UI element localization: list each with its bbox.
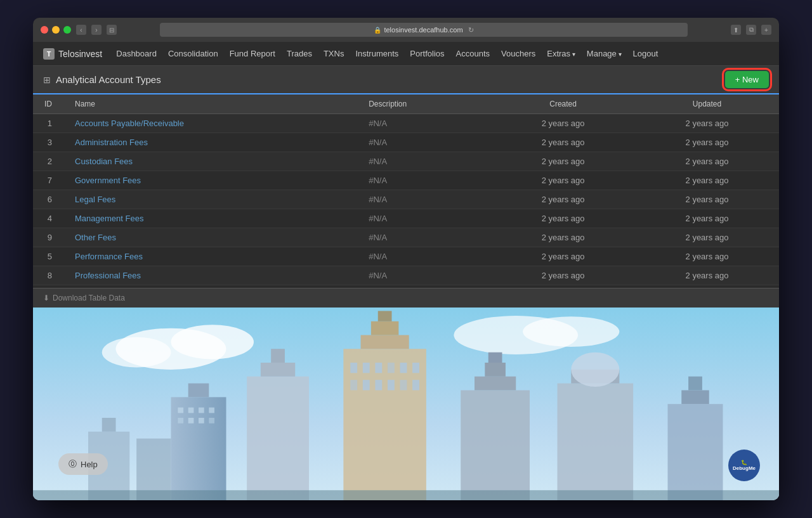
table-row[interactable]: 9 Other Fees #N/A 2 years ago 2 years ag… <box>33 228 779 247</box>
duplicate-icon[interactable]: ⧉ <box>746 25 756 35</box>
svg-point-5 <box>523 316 619 347</box>
back-button[interactable]: ‹ <box>76 25 86 35</box>
svg-rect-32 <box>350 380 357 390</box>
svg-rect-45 <box>668 404 723 500</box>
svg-rect-13 <box>199 407 204 413</box>
cell-name: Custodian Fees <box>65 152 358 171</box>
cell-created: 2 years ago <box>491 114 635 133</box>
cell-name: Performance Fees <box>65 247 358 266</box>
table-row[interactable]: 8 Professional Fees #N/A 2 years ago 2 y… <box>33 266 779 285</box>
col-header-id: ID <box>33 94 65 114</box>
top-navigation: T Telosinvest Dashboard Consolidation Fu… <box>33 42 779 66</box>
maximize-button[interactable] <box>63 26 71 34</box>
cell-id: 5 <box>33 247 65 266</box>
svg-rect-33 <box>363 380 370 390</box>
cell-name: Management Fees <box>65 209 358 228</box>
cell-updated: 2 years ago <box>635 266 779 285</box>
brand-area: T Telosinvest <box>43 48 102 60</box>
nav-fund-report[interactable]: Fund Report <box>225 46 280 61</box>
svg-rect-18 <box>209 418 214 424</box>
cell-description: #N/A <box>358 266 491 285</box>
table-row[interactable]: 5 Performance Fees #N/A 2 years ago 2 ye… <box>33 247 779 266</box>
svg-rect-39 <box>475 376 516 390</box>
minimize-button[interactable] <box>52 26 60 34</box>
share-icon[interactable]: ⬆ <box>731 25 741 35</box>
cell-id: 2 <box>33 152 65 171</box>
svg-rect-12 <box>188 407 194 413</box>
table-row[interactable]: 1 Accounts Payable/Receivable #N/A 2 yea… <box>33 114 779 133</box>
svg-rect-35 <box>388 380 395 390</box>
svg-rect-38 <box>461 390 530 500</box>
background-image-area: ⓪ Help 🐛 DebugMe <box>33 308 779 501</box>
col-header-created: Created <box>491 94 635 114</box>
table-row[interactable]: 3 Administration Fees #N/A 2 years ago 2… <box>33 133 779 152</box>
nav-manage[interactable]: Manage <box>582 46 627 61</box>
svg-rect-16 <box>188 418 194 424</box>
nav-dashboard[interactable]: Dashboard <box>111 46 162 61</box>
main-content: ⊞ Analytical Account Types + New ID Name… <box>33 66 779 500</box>
accounts-table: ID Name Description Created Updated 1 Ac… <box>33 94 779 285</box>
nav-accounts[interactable]: Accounts <box>451 46 495 61</box>
page-icon: ⊞ <box>43 75 51 85</box>
svg-rect-47 <box>688 376 702 390</box>
sidebar-toggle-button[interactable]: ⊟ <box>107 25 117 35</box>
app-content: T Telosinvest Dashboard Consolidation Fu… <box>33 42 779 500</box>
cell-updated: 2 years ago <box>635 171 779 190</box>
nav-portfolios[interactable]: Portfolios <box>405 46 449 61</box>
nav-extras[interactable]: Extras <box>542 46 580 61</box>
cell-description: #N/A <box>358 209 491 228</box>
svg-point-44 <box>571 352 619 386</box>
table-container: ID Name Description Created Updated 1 Ac… <box>33 94 779 288</box>
new-button[interactable]: + New <box>725 71 769 88</box>
cell-id: 6 <box>33 190 65 209</box>
close-button[interactable] <box>41 26 48 34</box>
cell-description: #N/A <box>358 228 491 247</box>
cell-updated: 2 years ago <box>635 114 779 133</box>
nav-logout[interactable]: Logout <box>628 46 664 61</box>
brand-icon: T <box>43 48 55 60</box>
col-header-name: Name <box>65 94 358 114</box>
cell-id: 4 <box>33 209 65 228</box>
reload-icon[interactable]: ↻ <box>468 26 474 34</box>
cell-name: Administration Fees <box>65 133 358 152</box>
svg-rect-15 <box>178 418 183 424</box>
nav-trades[interactable]: Trades <box>282 46 317 61</box>
download-table-link[interactable]: ⬇ Download Table Data <box>43 294 769 302</box>
cell-id: 1 <box>33 114 65 133</box>
nav-vouchers[interactable]: Vouchers <box>496 46 540 61</box>
forward-button[interactable]: › <box>91 25 102 35</box>
cell-description: #N/A <box>358 247 491 266</box>
col-header-updated: Updated <box>635 94 779 114</box>
svg-rect-20 <box>261 363 295 377</box>
cell-name: Legal Fees <box>65 190 358 209</box>
cell-name: Other Fees <box>65 228 358 247</box>
svg-rect-37 <box>412 380 419 390</box>
add-tab-icon[interactable]: + <box>761 25 771 35</box>
table-row[interactable]: 7 Government Fees #N/A 2 years ago 2 yea… <box>33 171 779 190</box>
cell-id: 7 <box>33 171 65 190</box>
cell-created: 2 years ago <box>491 171 635 190</box>
svg-rect-34 <box>375 380 382 390</box>
cell-description: #N/A <box>358 114 491 133</box>
table-row[interactable]: 4 Management Fees #N/A 2 years ago 2 yea… <box>33 209 779 228</box>
svg-rect-23 <box>361 335 409 349</box>
cell-created: 2 years ago <box>491 209 635 228</box>
svg-rect-30 <box>400 363 407 373</box>
table-row[interactable]: 6 Legal Fees #N/A 2 years ago 2 years ag… <box>33 190 779 209</box>
svg-rect-36 <box>400 380 407 390</box>
svg-rect-41 <box>488 352 502 362</box>
nav-txns[interactable]: TXNs <box>318 46 350 61</box>
help-button[interactable]: ⓪ Help <box>58 453 108 475</box>
nav-consolidation[interactable]: Consolidation <box>163 46 223 61</box>
help-label: Help <box>81 460 98 469</box>
cell-description: #N/A <box>358 152 491 171</box>
address-bar[interactable]: 🔒 telosinvest.decafhub.com ↻ <box>160 23 688 37</box>
debug-badge[interactable]: 🐛 DebugMe <box>728 450 760 481</box>
nav-instruments[interactable]: Instruments <box>350 46 403 61</box>
table-row[interactable]: 2 Custodian Fees #N/A 2 years ago 2 year… <box>33 152 779 171</box>
svg-rect-48 <box>33 490 779 500</box>
svg-rect-29 <box>388 363 395 373</box>
traffic-lights <box>41 26 71 34</box>
svg-rect-10 <box>188 383 209 397</box>
svg-rect-7 <box>102 418 116 432</box>
